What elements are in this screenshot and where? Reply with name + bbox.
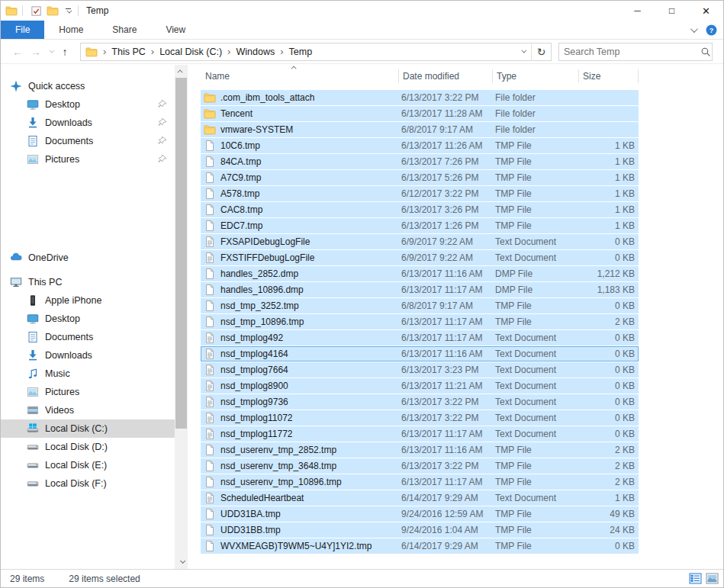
drive-icon [27, 459, 39, 471]
column-header-size[interactable]: Size [578, 69, 639, 83]
sidebar-item-desktop[interactable]: Desktop [1, 310, 175, 328]
sidebar-item-documents[interactable]: Documents [1, 132, 175, 150]
file-row-nsd-tmp-3252-tmp[interactable]: nsd_tmp_3252.tmp6/8/2017 9:17 AMTMP File… [201, 298, 639, 313]
search-icon[interactable] [700, 46, 712, 58]
file-row-nsd-tmplog11772[interactable]: nsd_tmplog117726/13/2017 11:17 AMText Do… [201, 426, 639, 442]
tab-view[interactable]: View [151, 21, 200, 39]
file-row-udd31ba-tmp[interactable]: UDD31BA.tmp9/24/2016 12:59 AMTMP File49 … [201, 506, 639, 522]
file-row-com-ibm-tools-attach[interactable]: .com_ibm_tools_attach6/13/2017 3:22 PMFi… [201, 90, 639, 105]
breadcrumb-local-disk-c[interactable]: Local Disk (C:) [159, 47, 222, 57]
tab-file[interactable]: File [1, 21, 44, 39]
file-row-84ca-tmp[interactable]: 84CA.tmp6/13/2017 7:26 PMTMP File1 KB [201, 154, 639, 169]
file-row-fxstiffdebuglogfile[interactable]: FXSTIFFDebugLogFile6/9/2017 9:22 AMText … [201, 250, 639, 265]
address-bar[interactable]: › This PC › Local Disk (C:) › Windows › … [80, 43, 552, 61]
column-header-date-modified[interactable]: Date modified [398, 69, 492, 83]
breadcrumb-this-pc[interactable]: This PC [111, 47, 145, 57]
explorer-window: Temp ─ □ ✕ File Home Share View ? ← → ↑ … [0, 0, 724, 588]
file-name: A7C9.tmp [220, 172, 261, 183]
breadcrumb-temp[interactable]: Temp [289, 47, 313, 57]
sidebar-item-onedrive[interactable]: OneDrive [1, 249, 175, 267]
minimize-button[interactable]: ─ [620, 1, 655, 21]
file-row-nsd-tmplog7664[interactable]: nsd_tmplog76646/13/2017 3:23 PMText Docu… [201, 362, 639, 378]
qat-customize-button[interactable] [63, 4, 73, 18]
file-row-handles-10896-dmp[interactable]: handles_10896.dmp6/13/2017 11:17 AMDMP F… [201, 282, 639, 297]
breadcrumb-windows[interactable]: Windows [236, 47, 275, 57]
sidebar-item-this-pc[interactable]: This PC [1, 273, 175, 291]
sidebar-item-local-disk-e[interactable]: Local Disk (E:) [1, 456, 175, 474]
sidebar-item-apple-iphone[interactable]: Apple iPhone [1, 291, 175, 310]
tab-home[interactable]: Home [44, 21, 98, 39]
file-row-handles-2852-dmp[interactable]: handles_2852.dmp6/13/2017 11:16 AMDMP Fi… [201, 266, 639, 281]
file-icon [204, 316, 216, 328]
textdoc-icon [204, 380, 216, 392]
file-row-nsd-tmplog492[interactable]: nsd_tmplog4926/13/2017 11:17 AMText Docu… [201, 330, 639, 345]
column-header-name[interactable]: Name [201, 69, 398, 83]
file-row-nsd-tmplog4164[interactable]: nsd_tmplog41646/13/2017 11:16 AMText Doc… [201, 346, 639, 361]
file-row-fxsapidebuglogfile[interactable]: FXSAPIDebugLogFile6/9/2017 9:22 AMText D… [201, 234, 639, 249]
sidebar-item-pictures[interactable]: Pictures [1, 150, 175, 169]
details-view-button[interactable] [689, 572, 702, 586]
file-row-10c6-tmp[interactable]: 10C6.tmp6/13/2017 11:26 AMTMP File1 KB [201, 138, 639, 153]
scrollbar-thumb[interactable] [175, 78, 187, 429]
close-button[interactable]: ✕ [689, 1, 723, 21]
file-row-nsd-tmplog8900[interactable]: nsd_tmplog89006/13/2017 11:21 AMText Doc… [201, 378, 639, 394]
file-row-nsd-tmp-10896-tmp[interactable]: nsd_tmp_10896.tmp6/13/2017 11:17 AMTMP F… [201, 314, 639, 329]
sidebar-item-music[interactable]: Music [1, 365, 175, 383]
file-row-tencent[interactable]: Tencent6/13/2017 11:28 AMFile folder [201, 106, 639, 121]
date-modified-cell: 9/24/2016 1:04 AM [398, 525, 492, 535]
forward-button[interactable]: → [27, 43, 45, 61]
file-row-udd31bb-tmp[interactable]: UDD31BB.tmp9/24/2016 1:04 AMTMP File24 K… [201, 522, 639, 538]
file-row-vmware-system[interactable]: vmware-SYSTEM6/8/2017 9:17 AMFile folder [201, 122, 639, 137]
recent-locations-button[interactable] [45, 43, 56, 61]
sidebar-item-label: Desktop [45, 99, 80, 110]
maximize-button[interactable]: □ [655, 1, 689, 21]
file-row-nsd-tmplog11072[interactable]: nsd_tmplog110726/13/2017 3:22 PMText Doc… [201, 410, 639, 426]
file-row-nsd-userenv-tmp-3648-tmp[interactable]: nsd_userenv_tmp_3648.tmp6/13/2017 3:22 P… [201, 458, 639, 474]
file-row-scheduledheartbeat[interactable]: ScheduledHeartbeat6/14/2017 9:29 AMText … [201, 490, 639, 506]
music-icon [27, 368, 39, 380]
file-name: UDD31BA.tmp [220, 509, 281, 519]
sidebar-item-local-disk-d[interactable]: Local Disk (D:) [1, 438, 175, 456]
address-dropdown-button[interactable] [514, 43, 531, 60]
file-row-a578-tmp[interactable]: A578.tmp6/12/2017 3:22 PMTMP File1 KB [201, 186, 639, 201]
file-name-cell: UDD31BA.tmp [201, 508, 398, 520]
search-input[interactable] [559, 47, 700, 57]
sidebar-item-label: Desktop [45, 313, 80, 324]
file-row-nsd-userenv-tmp-10896-tmp[interactable]: nsd_userenv_tmp_10896.tmp6/13/2017 11:17… [201, 474, 639, 490]
date-modified-cell: 6/12/2017 3:22 PM [398, 188, 492, 199]
qat-new-folder-button[interactable] [44, 3, 61, 18]
sidebar-item-downloads[interactable]: Downloads [1, 346, 175, 365]
file-name-cell: .com_ibm_tools_attach [201, 92, 398, 104]
file-row-wvxmeagb-t9wm5-u4y-1yi2-tmp[interactable]: WVXMEAGB)T9WM5~U4Y]1YI2.tmp6/14/2017 9:2… [201, 538, 639, 554]
breadcrumb-separator: › [280, 46, 283, 57]
tab-share[interactable]: Share [98, 21, 151, 39]
file-row-nsd-userenv-tmp-2852-tmp[interactable]: nsd_userenv_tmp_2852.tmp6/13/2017 11:16 … [201, 442, 639, 458]
file-row-nsd-tmplog9736[interactable]: nsd_tmplog97366/13/2017 3:22 PMText Docu… [201, 394, 639, 410]
back-button[interactable]: ← [8, 43, 27, 61]
scroll-up-icon[interactable] [175, 65, 188, 78]
sidebar-item-local-disk-f[interactable]: Local Disk (F:) [1, 474, 175, 493]
navigation-scrollbar[interactable] [175, 65, 188, 569]
date-modified-cell: 6/9/2017 9:22 AM [398, 252, 492, 263]
qat-properties-button[interactable] [27, 3, 44, 18]
sidebar-item-desktop[interactable]: Desktop [1, 95, 175, 114]
sidebar-item-local-disk-c[interactable]: Local Disk (C:) [1, 419, 175, 438]
file-row-edc7-tmp[interactable]: EDC7.tmp6/13/2017 1:26 PMTMP File1 KB [201, 218, 639, 233]
sidebar-item-pictures[interactable]: Pictures [1, 383, 175, 401]
refresh-button[interactable]: ↻ [531, 43, 551, 60]
sidebar-item-downloads[interactable]: Downloads [1, 114, 175, 132]
expand-ribbon-icon[interactable] [690, 25, 698, 33]
size-cell: 0 KB [578, 381, 639, 391]
file-row-cac8-tmp[interactable]: CAC8.tmp6/13/2017 3:26 PMTMP File1 KB [201, 202, 639, 217]
type-cell: File folder [492, 124, 578, 135]
up-button[interactable]: ↑ [56, 43, 74, 61]
sidebar-item-quick-access[interactable]: Quick access [1, 77, 175, 95]
column-header-type[interactable]: Type [492, 69, 578, 83]
sidebar-item-videos[interactable]: Videos [1, 401, 175, 419]
file-row-a7c9-tmp[interactable]: A7C9.tmp6/13/2017 5:26 PMTMP File1 KB [201, 170, 639, 185]
help-icon[interactable]: ? [705, 24, 717, 37]
scroll-down-icon[interactable] [175, 556, 188, 569]
sidebar-item-documents[interactable]: Documents [1, 328, 175, 346]
large-icons-view-button[interactable] [706, 572, 719, 586]
type-cell: TMP File [492, 172, 578, 183]
